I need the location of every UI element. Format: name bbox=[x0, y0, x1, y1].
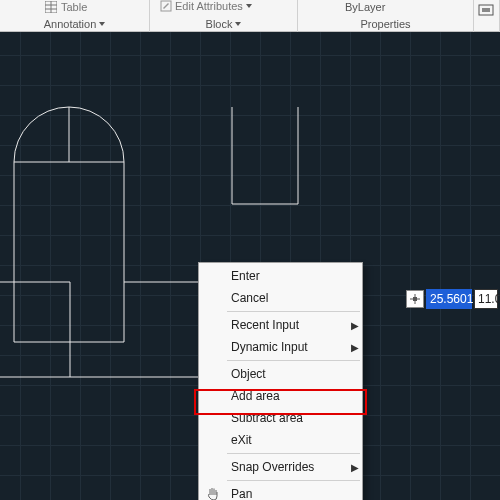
highlight-add-area bbox=[194, 389, 367, 415]
ctx-separator bbox=[227, 360, 360, 361]
dynamic-input-display: 25.5601 11.0 bbox=[406, 289, 498, 309]
chevron-down-icon bbox=[246, 4, 252, 8]
ctx-separator bbox=[227, 453, 360, 454]
ctx-snap-overrides[interactable]: Snap Overrides▶ bbox=[199, 456, 362, 478]
ctx-dynamic-input[interactable]: Dynamic Input▶ bbox=[199, 336, 362, 358]
properties-panel-label[interactable]: Properties bbox=[360, 18, 410, 32]
edit-attributes-button[interactable]: Edit Attributes bbox=[160, 0, 252, 12]
drawing-canvas[interactable]: 25.5601 11.0 Enter Cancel Recent Input▶ … bbox=[0, 32, 500, 500]
dynamic-input-x[interactable]: 25.5601 bbox=[426, 289, 472, 309]
ctx-pan[interactable]: Pan bbox=[199, 483, 362, 500]
ctx-exit[interactable]: eXit bbox=[199, 429, 362, 451]
dimension-marker-icon bbox=[406, 290, 424, 308]
table-icon bbox=[45, 1, 57, 13]
svg-rect-1 bbox=[482, 8, 490, 12]
ctx-separator bbox=[227, 480, 360, 481]
panel-extra[interactable] bbox=[474, 0, 500, 32]
group-icon bbox=[478, 4, 494, 20]
properties-panel: Properties bbox=[298, 0, 474, 32]
ctx-object[interactable]: Object bbox=[199, 363, 362, 385]
bylayer-dropdown[interactable]: ByLayer bbox=[345, 1, 385, 13]
ctx-cancel[interactable]: Cancel bbox=[199, 287, 362, 309]
submenu-arrow-icon: ▶ bbox=[348, 462, 362, 473]
context-menu: Enter Cancel Recent Input▶ Dynamic Input… bbox=[198, 262, 363, 500]
ctx-recent-input[interactable]: Recent Input▶ bbox=[199, 314, 362, 336]
submenu-arrow-icon: ▶ bbox=[348, 342, 362, 353]
annotation-panel-label[interactable]: Annotation bbox=[44, 18, 106, 32]
submenu-arrow-icon: ▶ bbox=[348, 320, 362, 331]
dynamic-input-y[interactable]: 11.0 bbox=[474, 289, 498, 309]
ctx-enter[interactable]: Enter bbox=[199, 265, 362, 287]
ctx-separator bbox=[227, 311, 360, 312]
block-panel-label[interactable]: Block bbox=[206, 18, 242, 32]
pan-icon bbox=[199, 483, 227, 500]
table-button[interactable]: Table bbox=[45, 1, 87, 13]
edit-attributes-icon bbox=[160, 0, 172, 12]
